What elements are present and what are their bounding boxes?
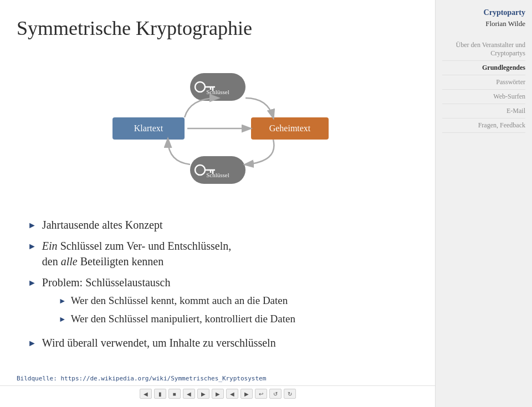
sidebar: Cryptoparty Florian Wilde Über den Veran… [435,0,532,407]
svg-text:Schlüssel: Schlüssel [206,172,229,178]
sub-list: ► Wer den Schlüssel kennt, kommt auch an… [59,293,295,326]
main-content: Symmetrische Kryptographie Klartext Gehe… [0,0,435,407]
svg-text:Geheimtext: Geheimtext [269,123,310,133]
sidebar-item-grundlegendes[interactable]: Grundlegendes [442,61,525,75]
svg-rect-4 [190,73,245,101]
nav-prev-section[interactable]: ▮ [154,389,166,399]
list-item: ► Jahrtausende altes Konzept [28,217,418,233]
sidebar-title: Cryptoparty [442,8,525,17]
nav-return[interactable]: ↩ [255,389,267,399]
nav-next-2[interactable]: ▶ [212,389,224,399]
sidebar-item-passwoerter[interactable]: Passwörter [442,75,525,90]
sub-bullet-arrow: ► [59,296,66,307]
list-item: ► Wird überall verwendet, um Inhalte zu … [28,335,418,351]
nav-grid[interactable]: ■ [168,389,181,399]
svg-text:Klartext: Klartext [134,123,163,133]
nav-next[interactable]: ▶ [197,389,209,399]
sidebar-author: Florian Wilde [442,19,525,28]
footer: Bildquelle: https://de.wikipedia.org/wik… [17,375,266,382]
list-item-text: Ein Schlüssel zum Ver- und Entschlüsseln… [42,238,231,269]
list-item-text: Wird überall verwendet, um Inhalte zu ve… [42,335,276,351]
diagram-area: Klartext Geheimtext Schlüssel [17,56,418,200]
nav-prev[interactable]: ◀ [183,389,195,399]
diagram-svg: Klartext Geheimtext Schlüssel [79,56,356,200]
footer-url: https://de.wikipedia.org/wiki/Symmetrisc… [60,375,266,382]
nav-next-3[interactable]: ▶ [241,389,253,399]
sub-list-item-text: Wer den Schlüssel kennt, kommt auch an d… [71,293,288,308]
bullet-arrow: ► [28,337,37,349]
svg-rect-10 [190,156,245,184]
sidebar-item-websurfen[interactable]: Web-Surfen [442,90,525,104]
bullet-arrow: ► [28,240,37,253]
nav-redo[interactable]: ↻ [284,389,296,399]
list-item-text: Problem: Schlüsselaustausch ► Wer den Sc… [42,275,295,329]
sub-list-item: ► Wer den Schlüssel kennt, kommt auch an… [59,293,295,308]
sidebar-item-veranstalter[interactable]: Über den Veranstalter und Cryptopartys [442,38,525,61]
nav-bar: ◀ ▮ ■ ◀ ▶ ▶ ◀ ▶ ↩ ↺ ↻ [0,385,435,401]
nav-prev-3[interactable]: ◀ [226,389,238,399]
bullet-arrow: ► [28,277,37,289]
sidebar-item-fragen[interactable]: Fragen, Feedback [442,119,525,133]
nav-first[interactable]: ◀ [140,389,152,399]
sub-list-item-text: Wer den Schlüssel manipuliert, kontrolli… [71,312,295,327]
page-title: Symmetrische Kryptographie [17,17,418,40]
bullet-arrow: ► [28,219,37,231]
nav-undo[interactable]: ↺ [269,389,282,399]
list-item: ► Ein Schlüssel zum Ver- und Entschlüsse… [28,238,418,269]
list-item-text: Jahrtausende altes Konzept [42,217,163,233]
svg-text:Schlüssel: Schlüssel [206,89,229,95]
sidebar-nav: Über den Veranstalter und Cryptopartys G… [442,38,525,133]
list-item: ► Problem: Schlüsselaustausch ► Wer den … [28,275,418,329]
bullet-list: ► Jahrtausende altes Konzept ► Ein Schlü… [28,217,418,356]
footer-prefix: Bildquelle: [17,375,60,382]
sub-list-item: ► Wer den Schlüssel manipuliert, kontrol… [59,312,295,327]
sub-bullet-arrow: ► [59,314,66,325]
sidebar-item-email[interactable]: E-Mail [442,104,525,119]
